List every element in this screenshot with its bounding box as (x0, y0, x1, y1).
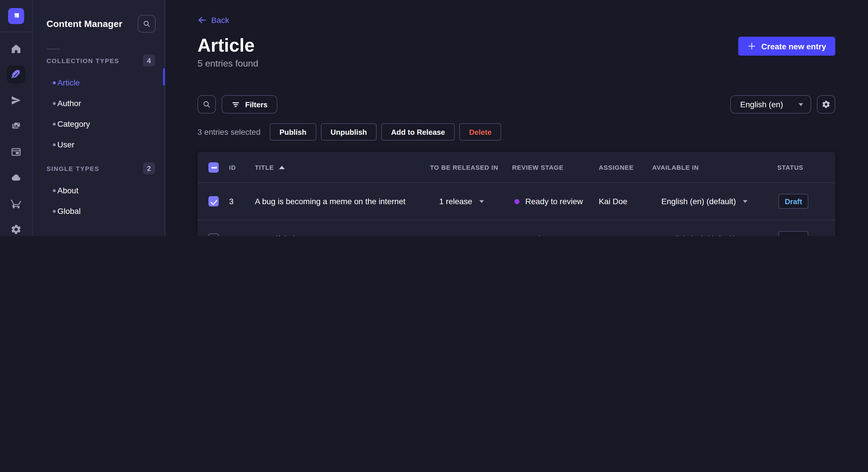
chevron-down-icon (743, 200, 747, 203)
cell-locale[interactable]: English (en) (default) (652, 234, 777, 236)
subnav-title: Content Manager (46, 19, 122, 29)
bullet-icon (53, 81, 56, 84)
unpublish-button[interactable]: Unpublish (321, 123, 377, 140)
layout-icon (10, 146, 22, 158)
table-row[interactable]: 3 A bug is becoming a meme on the intern… (197, 182, 835, 220)
cell-title: Beautiful picture (255, 234, 430, 236)
publish-button[interactable]: Publish (270, 123, 316, 140)
arrow-left-icon (197, 15, 207, 25)
images-icon (10, 121, 22, 132)
cell-released-in: - (430, 234, 512, 236)
sort-ascending-icon (279, 165, 285, 169)
search-button[interactable] (197, 95, 216, 113)
search-icon (202, 100, 211, 109)
filters-button[interactable]: Filters (222, 95, 277, 113)
back-link[interactable]: Back (197, 15, 229, 25)
selection-action-bar: 3 entries selected Publish Unpublish Add… (197, 123, 835, 140)
bullet-icon (53, 189, 56, 192)
scrollbar-thumb[interactable] (163, 68, 165, 86)
subnav-item-user[interactable]: User (33, 134, 165, 155)
page-title: Article (197, 36, 258, 55)
single-types-section: SINGLE TYPES 2 About Global (33, 162, 165, 222)
create-entry-button[interactable]: Create new entry (738, 37, 835, 56)
cell-assignee: - (599, 234, 652, 236)
collection-types-section: COLLECTION TYPES 4 Article Author Catego… (33, 55, 165, 155)
subnav-item-article[interactable]: Article (33, 72, 165, 93)
cell-released-in[interactable]: 1 release (430, 197, 512, 206)
column-header-status: STATUS (777, 164, 835, 171)
section-count-badge: 4 (143, 55, 155, 67)
cell-title: A bug is becoming a meme on the internet (255, 197, 430, 206)
column-header-title[interactable]: TITLE (255, 164, 430, 171)
feather-icon (10, 69, 22, 80)
bullet-icon (53, 123, 56, 125)
section-count-badge: 2 (143, 162, 155, 174)
shopping-cart-icon (10, 198, 22, 209)
cell-id: 4 (229, 234, 255, 236)
subnav-search-button[interactable] (138, 15, 156, 33)
row-checkbox[interactable] (208, 196, 218, 206)
gear-icon (822, 100, 831, 109)
page-heading: Article 5 entries found (197, 36, 258, 69)
main-nav-rail: KD (0, 0, 33, 236)
nav-marketplace[interactable] (7, 194, 25, 213)
subnav-item-about[interactable]: About (33, 180, 165, 201)
content-manager-subnav: Content Manager COLLECTION TYPES 4 Artic… (33, 0, 165, 236)
locale-select[interactable]: English (en) (731, 95, 811, 113)
search-icon (143, 20, 151, 28)
status-badge: Draft (778, 231, 809, 236)
cell-locale[interactable]: English (en) (default) (652, 197, 777, 206)
cell-status: Draft (777, 194, 835, 209)
column-header-id[interactable]: ID (229, 164, 255, 171)
nav-settings[interactable] (7, 220, 25, 236)
paper-plane-icon (10, 95, 22, 106)
app-root: KD Content Manager COLLECTION TYPES 4 Ar… (0, 0, 868, 236)
entries-table: ID TITLE TO BE RELEASED IN REVIEW STAGE … (197, 152, 835, 236)
column-header-review-stage: REVIEW STAGE (512, 164, 599, 171)
nav-releases[interactable] (7, 91, 25, 109)
stage-dot (515, 199, 520, 204)
nav-content-type-builder[interactable] (7, 143, 25, 161)
selected-count: 3 entries selected (197, 127, 260, 136)
status-badge: Draft (778, 194, 809, 209)
column-header-released-in: TO BE RELEASED IN (430, 164, 512, 171)
plus-icon (747, 42, 756, 50)
cell-assignee: Kai Doe (599, 197, 652, 206)
bullet-icon (53, 143, 56, 146)
filter-icon (231, 100, 240, 109)
entries-count: 5 entries found (197, 59, 258, 69)
add-to-release-button[interactable]: Add to Release (381, 123, 455, 140)
divider (46, 49, 60, 49)
cell-status: Draft (777, 231, 835, 236)
toolbar: Filters English (en) (197, 95, 835, 113)
main-content: Back Article 5 entries found Create new … (166, 0, 868, 236)
subnav-item-category[interactable]: Category (33, 113, 165, 134)
section-label: SINGLE TYPES (46, 165, 99, 172)
nav-home[interactable] (7, 40, 25, 58)
gear-icon (10, 224, 22, 235)
table-header-row: ID TITLE TO BE RELEASED IN REVIEW STAGE … (197, 152, 835, 182)
delete-button[interactable]: Delete (459, 123, 501, 140)
column-header-available-in: AVAILABLE IN (652, 164, 777, 171)
nav-content-manager[interactable] (7, 65, 25, 84)
home-icon (10, 43, 22, 55)
column-header-assignee: ASSIGNEE (599, 164, 652, 171)
nav-media-library[interactable] (7, 117, 25, 135)
view-settings-button[interactable] (817, 95, 835, 113)
rail-items (0, 32, 32, 236)
cell-review-stage: To do (512, 234, 599, 236)
chevron-down-icon (479, 200, 484, 203)
select-all-checkbox[interactable] (208, 162, 218, 172)
subnav-item-author[interactable]: Author (33, 93, 165, 113)
cell-id: 3 (229, 197, 255, 206)
strapi-logo[interactable] (0, 0, 32, 32)
chevron-down-icon (799, 103, 803, 106)
table-row[interactable]: 4 Beautiful picture - To do - English (e… (197, 220, 835, 236)
bullet-icon (53, 102, 56, 105)
nav-cloud[interactable] (7, 169, 25, 187)
strapi-logo-icon (8, 8, 24, 24)
row-checkbox[interactable] (208, 233, 218, 236)
section-label: COLLECTION TYPES (46, 57, 119, 64)
bullet-icon (53, 210, 56, 212)
subnav-item-global[interactable]: Global (33, 201, 165, 222)
